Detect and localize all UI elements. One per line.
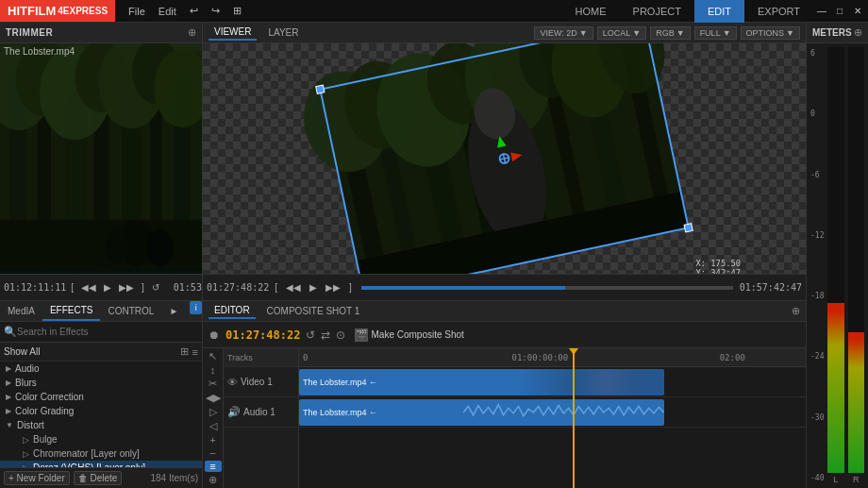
meter-scale: 6 0 -6 -12 -18 -24 -30 -40: [810, 47, 824, 484]
tool-active[interactable]: ≡: [205, 461, 222, 472]
app-logo: HITFILM4EXPRESS: [0, 0, 115, 22]
tab-home[interactable]: HOME: [562, 0, 620, 23]
local-btn[interactable]: LOCAL ▼: [597, 26, 646, 40]
tab-editor[interactable]: EDITOR: [209, 303, 256, 319]
tab-effects[interactable]: EFFECTS: [42, 301, 101, 321]
scale-neg24: -24: [810, 352, 824, 361]
delete-button[interactable]: 🗑 Delete: [74, 471, 123, 485]
rgb-btn[interactable]: RGB ▼: [650, 26, 690, 40]
audio-clip[interactable]: The Lobster.mp4 ←: [299, 399, 664, 426]
effects-bottom-toolbar: + New Folder 🗑 Delete 184 Item(s): [0, 467, 202, 488]
trim-mark-in[interactable]: [: [68, 280, 76, 294]
audio-mute-icon[interactable]: 🔊: [227, 406, 241, 418]
tab-controls[interactable]: CONTROL: [100, 301, 161, 321]
undo-button[interactable]: ↩: [184, 3, 204, 19]
viewer-step-back[interactable]: ◀◀: [283, 280, 304, 294]
meters-options-icon[interactable]: ⊕: [854, 26, 862, 39]
viewer-play[interactable]: ▶: [307, 280, 320, 294]
trimmer-options-icon[interactable]: ⊕: [188, 26, 196, 39]
menu-file[interactable]: File: [123, 4, 151, 19]
trimmer-header: TRIMMER ⊕: [0, 23, 202, 43]
new-folder-button[interactable]: + New Folder: [4, 471, 70, 485]
viewer-progress-bar[interactable]: [361, 286, 733, 290]
loop-btn[interactable]: ↺: [306, 328, 315, 342]
timeline-ruler: 0 01:00:00:00 02:00: [299, 348, 806, 367]
video-track-row: The Lobster.mp4 ←: [299, 367, 806, 397]
trim-loop[interactable]: ↺: [149, 280, 162, 294]
effects-filter-icon[interactable]: ≡: [192, 346, 198, 358]
ruler-label: Tracks: [227, 353, 253, 362]
scale-6: 6: [810, 49, 824, 58]
viewer-step-fwd[interactable]: ▶▶: [323, 280, 343, 294]
options-btn[interactable]: OPTIONS ▼: [741, 26, 800, 40]
viewer-progress-fill: [361, 286, 566, 290]
playhead[interactable]: [573, 348, 575, 488]
make-composite-button[interactable]: 🎬 Make Composite Shot: [355, 328, 463, 342]
trim-play[interactable]: ▶: [101, 280, 114, 294]
effect-derez[interactable]: ▷ Derez (VGHS) [Layer only]: [0, 461, 202, 467]
maximize-button[interactable]: □: [831, 3, 848, 20]
editor-options-icon[interactable]: ⊕: [792, 305, 800, 317]
effects-panel-icon[interactable]: i: [190, 301, 202, 314]
tab-edit[interactable]: EDIT: [694, 0, 744, 23]
full-btn[interactable]: FULL ▼: [694, 26, 737, 40]
svg-text:X: 175.50: X: 175.50: [696, 259, 742, 268]
tool-snip-right[interactable]: ▷: [205, 406, 222, 418]
tab-viewer[interactable]: VIEWER: [209, 25, 257, 41]
top-navigation: HITFILM4EXPRESS File Edit ↩ ↪ ⊞ HOME PRO…: [0, 0, 868, 23]
category-blurs[interactable]: ▶ Blurs: [0, 376, 202, 390]
grid-button[interactable]: ⊞: [227, 3, 247, 19]
transport-record[interactable]: ⏺: [209, 328, 220, 342]
trimmer-section: TRIMMER ⊕ The Lobster.mp4: [0, 23, 202, 301]
category-color-grading-label: Color Grading: [15, 406, 74, 416]
close-button[interactable]: ✕: [849, 3, 866, 20]
minimize-button[interactable]: —: [813, 3, 830, 20]
nav-tabs: HOME PROJECT EDIT EXPORT: [562, 0, 813, 23]
viewer-playback-controls: 01:27:48:22 [ ◀◀ ▶ ▶▶ ] 01:57:42:47: [203, 274, 806, 300]
make-composite-label: Make Composite Shot: [371, 329, 463, 340]
trim-mark-out[interactable]: ]: [139, 280, 147, 294]
tool-cut[interactable]: ✂: [205, 378, 222, 390]
sync-btn[interactable]: ⇄: [321, 328, 330, 342]
category-color-correction[interactable]: ▶ Color Correction: [0, 390, 202, 404]
video-visibility-icon[interactable]: 👁: [227, 377, 238, 388]
tab-project[interactable]: PROJECT: [620, 0, 694, 23]
tool-slip[interactable]: ◀▶: [205, 392, 222, 404]
menu-edit-text[interactable]: Edit: [153, 4, 182, 19]
view-mode-btn[interactable]: VIEW: 2D ▼: [534, 26, 593, 40]
scale-neg30: -30: [810, 413, 824, 422]
viewer-mark-out[interactable]: ]: [346, 280, 355, 294]
viewer-mark-in[interactable]: [: [272, 280, 280, 294]
tool-select[interactable]: ↖: [205, 350, 222, 362]
effect-bulge[interactable]: ▷ Bulge: [0, 432, 202, 446]
rgb-chevron: ▼: [676, 28, 685, 38]
scale-neg6: -6: [810, 171, 824, 179]
video-clip[interactable]: The Lobster.mp4 ←: [299, 369, 664, 395]
redo-button[interactable]: ↪: [206, 3, 225, 19]
options-chevron: ▼: [786, 28, 794, 38]
tab-media[interactable]: MedIA: [0, 301, 42, 321]
tool-zoom-out[interactable]: −: [205, 447, 222, 459]
snap-btn[interactable]: ⊙: [336, 328, 345, 342]
trim-step-back[interactable]: ◀◀: [78, 280, 99, 294]
tab-layer[interactable]: LAYER: [262, 25, 304, 40]
left-panel: TRIMMER ⊕ The Lobster.mp4: [0, 23, 203, 488]
category-distort[interactable]: ▼ Distort: [0, 418, 202, 432]
search-input[interactable]: [17, 327, 198, 337]
tool-snip-left[interactable]: ◁: [205, 420, 222, 432]
local-chevron: ▼: [632, 28, 641, 38]
category-color-grading[interactable]: ▶ Color Grading: [0, 404, 202, 418]
tab-composite-shot[interactable]: COMPOSITE SHOT 1: [261, 304, 366, 318]
caret-distort: ▼: [6, 421, 13, 429]
tool-move[interactable]: ↕: [205, 364, 222, 376]
tab-more[interactable]: ►: [161, 301, 186, 321]
tab-export[interactable]: EXPORT: [744, 0, 813, 23]
effects-sort-icon[interactable]: ⊞: [180, 345, 189, 358]
tool-zoom-in[interactable]: +: [205, 434, 222, 446]
trim-step-fwd[interactable]: ▶▶: [116, 280, 137, 294]
tool-link[interactable]: ⊕: [205, 474, 222, 486]
editor-toolbar: ⏺ 01:27:48:22 ↺ ⇄ ⊙ 🎬 Make Composite Sho…: [203, 322, 806, 348]
category-audio[interactable]: ▶ Audio: [0, 362, 202, 376]
viewer-timecode-right: 01:57:42:47: [740, 282, 802, 293]
effect-chromenator[interactable]: ▷ Chromenator [Layer only]: [0, 446, 202, 461]
